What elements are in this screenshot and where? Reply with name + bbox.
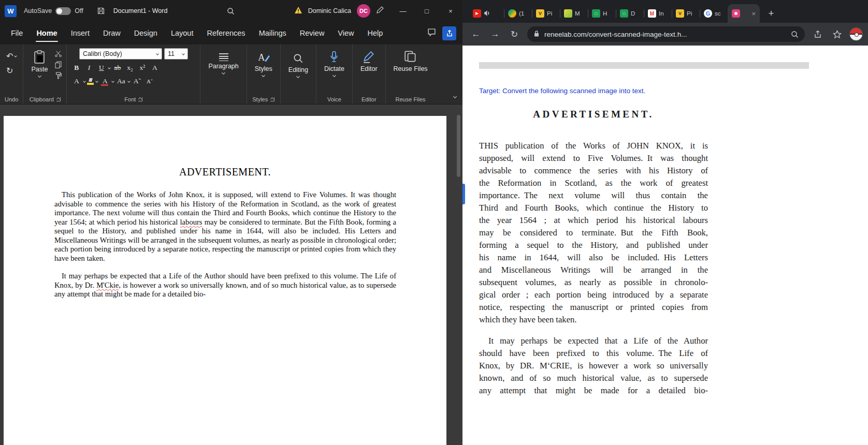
tab-mailings[interactable]: Mailings [252, 22, 293, 44]
tab-close-icon[interactable]: × [751, 10, 756, 17]
back-button[interactable]: ← [468, 26, 484, 42]
close-button[interactable]: × [439, 0, 462, 22]
paragraph-button[interactable]: Paragraph [205, 51, 242, 76]
styles-dialog-launcher-icon[interactable] [270, 97, 274, 101]
browser-tab-m[interactable]: M [560, 4, 588, 23]
browser-tab-active[interactable]: × [728, 4, 760, 23]
word-scrollbar-thumb[interactable] [457, 115, 460, 177]
browser-tab-inbox[interactable]: M In [644, 4, 672, 23]
change-case-dropdown-icon[interactable] [128, 80, 131, 83]
browser-tab-google[interactable]: G sc [700, 4, 728, 23]
document-paragraph-1[interactable]: This publication of the Works of John Kn… [54, 190, 396, 263]
browser-tab-youtube[interactable]: ▶ [469, 4, 504, 23]
copy-icon[interactable] [54, 61, 62, 68]
document-page[interactable]: ADVERTISEMENT. This publication of the W… [4, 116, 446, 445]
clear-formatting-button[interactable]: A [149, 63, 160, 73]
font-color-button[interactable]: A [99, 76, 110, 86]
format-painter-icon[interactable] [54, 72, 62, 79]
document-canvas[interactable]: ADVERTISEMENT. This publication of the W… [0, 105, 462, 445]
redo-icon[interactable]: ↻ [4, 65, 19, 76]
editor-button[interactable]: Editor [357, 48, 381, 75]
cut-icon[interactable] [54, 50, 62, 57]
font-name-select[interactable]: Calibri (Body) [79, 48, 162, 60]
edge-marker[interactable] [462, 184, 465, 204]
ribbon-collapse-icon[interactable] [454, 91, 456, 100]
document-paragraph-2[interactable]: It may perhaps be expected that a Life o… [54, 272, 396, 299]
font-size-select[interactable]: 11 [164, 48, 188, 60]
highlight-dropdown-icon[interactable] [96, 80, 99, 83]
tab-home[interactable]: Home [30, 22, 64, 44]
reload-button[interactable]: ↻ [506, 26, 523, 42]
word-logo-icon[interactable]: W [5, 5, 17, 17]
browser-tab-d[interactable]: □ D [616, 4, 644, 23]
save-icon[interactable] [97, 7, 105, 15]
scan-paragraph-2: It may perhaps be expected that a Life o… [479, 335, 708, 397]
dictate-button[interactable]: Dictate [321, 48, 348, 79]
browser-tab-h[interactable]: □ H [588, 4, 616, 23]
shrink-font-button[interactable]: Aˇ [144, 76, 155, 86]
maximize-button[interactable]: □ [415, 0, 439, 22]
address-bar[interactable]: reneelab.com/convert-scanned-image-text.… [527, 26, 805, 42]
youtube-icon: ▶ [473, 9, 481, 18]
tab-draw[interactable]: Draw [96, 22, 127, 44]
undo-dropdown-icon[interactable] [15, 54, 18, 57]
text-effects-dropdown-icon[interactable] [83, 80, 86, 83]
tab-review[interactable]: Review [293, 22, 331, 44]
tab-file[interactable]: File [4, 22, 30, 44]
forward-button[interactable]: → [487, 26, 503, 42]
clipboard-dialog-launcher-icon[interactable] [56, 97, 61, 101]
user-name[interactable]: Dominic Calica [308, 7, 351, 14]
tab-design[interactable]: Design [127, 22, 164, 44]
tab-help[interactable]: Help [361, 22, 390, 44]
tab-references[interactable]: References [200, 22, 252, 44]
lock-icon[interactable] [533, 30, 540, 39]
subscript-button[interactable]: x₂ [124, 63, 135, 73]
warning-icon[interactable] [294, 6, 302, 16]
autosave-control[interactable]: AutoSave Off [24, 7, 83, 15]
highlight-color-button[interactable] [87, 78, 94, 85]
tab-audio-icon[interactable] [484, 10, 490, 18]
styles-dropdown-icon[interactable] [262, 73, 265, 77]
share-icon[interactable] [809, 26, 826, 42]
autosave-toggle[interactable] [55, 7, 71, 15]
voice-group: Dictate Voice [316, 44, 353, 104]
minimize-button[interactable]: — [391, 0, 415, 22]
editing-button[interactable]: Editing [285, 50, 312, 80]
new-tab-button[interactable]: + [764, 6, 778, 21]
tab-insert[interactable]: Insert [64, 22, 96, 44]
comments-icon[interactable] [427, 28, 436, 38]
user-avatar[interactable]: DC [357, 4, 370, 18]
profile-avatar[interactable] [849, 27, 863, 41]
paste-dropdown-icon[interactable] [38, 74, 41, 78]
browser-tab-chat[interactable]: (1 [504, 4, 532, 23]
grow-font-button[interactable]: Aˆ [132, 76, 142, 86]
tab-layout[interactable]: Layout [164, 22, 200, 44]
change-case-button[interactable]: Aa [115, 76, 126, 86]
styles-button[interactable]: A Styles [251, 48, 276, 79]
tab-view[interactable]: View [331, 22, 360, 44]
search-icon[interactable] [227, 7, 235, 15]
underline-dropdown-icon[interactable] [108, 66, 111, 69]
text-effects-button[interactable]: A [71, 76, 82, 86]
word-scrollbar[interactable] [456, 108, 461, 442]
browser-tab-pi-1[interactable]: V Pi [532, 4, 560, 23]
browser-tab-pi-2[interactable]: V Pi [672, 4, 700, 23]
strikethrough-button[interactable]: ab [112, 63, 123, 73]
reuse-files-button[interactable]: Reuse Files [390, 48, 431, 75]
bold-button[interactable]: B [71, 63, 82, 73]
superscript-button[interactable]: x² [137, 63, 148, 73]
paste-button[interactable]: Paste [27, 48, 51, 79]
dictate-dropdown-icon[interactable] [332, 73, 336, 77]
bookmark-star-icon[interactable] [829, 26, 845, 42]
underline-button[interactable]: U [96, 63, 107, 73]
italic-button[interactable]: I [83, 63, 94, 73]
share-button[interactable] [442, 26, 456, 40]
undo-icon[interactable]: ↶ [4, 50, 19, 62]
draw-icon[interactable] [376, 6, 384, 16]
paragraph-dropdown-icon[interactable] [222, 71, 225, 75]
font-color-dropdown-icon[interactable] [112, 80, 115, 83]
zoom-icon[interactable] [791, 31, 799, 38]
font-dialog-launcher-icon[interactable] [138, 97, 142, 101]
editing-dropdown-icon[interactable] [296, 75, 300, 78]
url-text[interactable]: reneelab.com/convert-scanned-image-text.… [544, 31, 687, 38]
